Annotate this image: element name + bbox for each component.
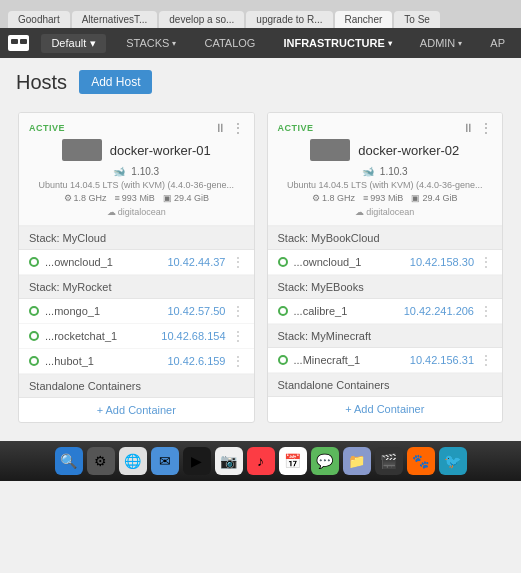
host-2-standalone-header: Standalone Containers bbox=[268, 374, 503, 397]
host-2-avatar bbox=[310, 139, 350, 161]
host-1-stack-myrocket: Stack: MyRocket ...mongo_1 10.42.57.50 ⋮… bbox=[19, 275, 254, 374]
host-2-specs: ⚙ 1.8 GHz ≡ 993 MiB ▣ 29.4 GiB bbox=[312, 193, 457, 203]
dock-calendar-icon[interactable]: 📅 bbox=[279, 447, 307, 475]
page-title: Hosts bbox=[16, 71, 67, 94]
host-1-avatar bbox=[62, 139, 102, 161]
host-2-stack-myebooks: Stack: MyEBooks ...calibre_1 10.42.241.2… bbox=[268, 275, 503, 324]
nav-ap-label: AP bbox=[490, 37, 505, 49]
dock-terminal-icon[interactable]: ▶ bbox=[183, 447, 211, 475]
container-status-icon bbox=[29, 306, 39, 316]
tab-upgrade[interactable]: upgrade to R... bbox=[246, 11, 332, 28]
add-host-button[interactable]: Add Host bbox=[79, 70, 152, 94]
host-2-add-container-button[interactable]: + Add Container bbox=[268, 397, 503, 421]
list-item: ...calibre_1 10.42.241.206 ⋮ bbox=[268, 299, 503, 324]
container-name: ...owncloud_1 bbox=[294, 256, 410, 268]
host-1-cpu: ⚙ 1.8 GHz bbox=[64, 193, 107, 203]
nav-stacks[interactable]: STACKS ▾ bbox=[118, 34, 184, 52]
container-status-icon bbox=[278, 257, 288, 267]
dock-browser-icon[interactable]: 🌐 bbox=[119, 447, 147, 475]
container-name: ...calibre_1 bbox=[294, 305, 404, 317]
host-1-stack-myrocket-header: Stack: MyRocket bbox=[19, 276, 254, 299]
dock-photos-icon[interactable]: 📷 bbox=[215, 447, 243, 475]
dock-chat-icon[interactable]: 💬 bbox=[311, 447, 339, 475]
host-1-specs: ⚙ 1.8 GHz ≡ 993 MiB ▣ 29.4 GiB bbox=[64, 193, 209, 203]
tab-alternatives[interactable]: AlternativesT... bbox=[72, 11, 158, 28]
host-2-more-icon[interactable]: ⋮ bbox=[480, 121, 492, 135]
nav-infrastructure[interactable]: INFRASTRUCTURE ▾ bbox=[275, 34, 399, 52]
host-1-stack-mycloud-header: Stack: MyCloud bbox=[19, 227, 254, 250]
container-more-icon[interactable]: ⋮ bbox=[480, 255, 492, 269]
container-status-icon bbox=[29, 257, 39, 267]
dock-app3-icon[interactable]: 🐦 bbox=[439, 447, 467, 475]
dock-files-icon[interactable]: 📁 bbox=[343, 447, 371, 475]
tab-develop[interactable]: develop a so... bbox=[159, 11, 244, 28]
container-more-icon[interactable]: ⋮ bbox=[232, 354, 244, 368]
container-ip: 10.42.57.50 bbox=[167, 305, 225, 317]
container-more-icon[interactable]: ⋮ bbox=[232, 255, 244, 269]
default-environment[interactable]: Default ▾ bbox=[41, 34, 106, 53]
host-2-pause-icon[interactable]: ⏸ bbox=[462, 121, 474, 135]
container-ip: 10.42.68.154 bbox=[161, 330, 225, 342]
chevron-down-icon: ▾ bbox=[90, 37, 96, 50]
host-1-os: Ubuntu 14.04.5 LTS (with KVM) (4.4.0-36-… bbox=[39, 180, 234, 190]
tab-tose[interactable]: To Se bbox=[394, 11, 440, 28]
host-2-stack-mybookcloud: Stack: MyBookCloud ...owncloud_1 10.42.1… bbox=[268, 226, 503, 275]
host-1-standalone-header: Standalone Containers bbox=[19, 375, 254, 398]
host-2-stack-mybookcloud-header: Stack: MyBookCloud bbox=[268, 227, 503, 250]
list-item: ...rocketchat_1 10.42.68.154 ⋮ bbox=[19, 324, 254, 349]
browser-tabs: Goodhart AlternativesT... develop a so..… bbox=[0, 0, 521, 28]
container-more-icon[interactable]: ⋮ bbox=[480, 353, 492, 367]
host-1-disk: ▣ 29.4 GiB bbox=[163, 193, 209, 203]
container-name: ...hubot_1 bbox=[45, 355, 167, 367]
container-ip: 10.42.241.206 bbox=[404, 305, 474, 317]
chevron-infra-icon: ▾ bbox=[388, 39, 392, 48]
host-1-more-icon[interactable]: ⋮ bbox=[232, 121, 244, 135]
list-item: ...owncloud_1 10.42.44.37 ⋮ bbox=[19, 250, 254, 275]
list-item: ...mongo_1 10.42.57.50 ⋮ bbox=[19, 299, 254, 324]
host-2-status-bar: ACTIVE ⏸ ⋮ bbox=[278, 121, 493, 135]
tab-goodhart[interactable]: Goodhart bbox=[8, 11, 70, 28]
host-2-stack-myminecraft-header: Stack: MyMinecraft bbox=[268, 325, 503, 348]
container-ip: 10.42.6.159 bbox=[167, 355, 225, 367]
dock-mail-icon[interactable]: ✉ bbox=[151, 447, 179, 475]
chevron-stacks-icon: ▾ bbox=[172, 39, 176, 48]
chevron-admin-icon: ▾ bbox=[458, 39, 462, 48]
host-1-actions: ⏸ ⋮ bbox=[214, 121, 244, 135]
container-more-icon[interactable]: ⋮ bbox=[480, 304, 492, 318]
host-2-os: Ubuntu 14.04.5 LTS (with KVM) (4.4.0-36-… bbox=[287, 180, 482, 190]
container-status-icon bbox=[29, 331, 39, 341]
container-ip: 10.42.44.37 bbox=[167, 256, 225, 268]
tab-rancher[interactable]: Rancher bbox=[335, 11, 393, 28]
nav-stacks-label: STACKS bbox=[126, 37, 169, 49]
container-ip: 10.42.158.30 bbox=[410, 256, 474, 268]
container-status-icon bbox=[278, 306, 288, 316]
host-1-pause-icon[interactable]: ⏸ bbox=[214, 121, 226, 135]
container-name: ...owncloud_1 bbox=[45, 256, 167, 268]
list-item: ...hubot_1 10.42.6.159 ⋮ bbox=[19, 349, 254, 374]
host-1-provider: ☁ digitalocean bbox=[107, 207, 166, 217]
nav-infrastructure-label: INFRASTRUCTURE bbox=[283, 37, 384, 49]
host-2-stack-myebooks-header: Stack: MyEBooks bbox=[268, 276, 503, 299]
dock-app2-icon[interactable]: 🐾 bbox=[407, 447, 435, 475]
host-2-version: 🐋 1.10.3 bbox=[362, 166, 408, 177]
host-1-ram: ≡ 993 MiB bbox=[115, 193, 155, 203]
container-more-icon[interactable]: ⋮ bbox=[232, 304, 244, 318]
host-card-1: ACTIVE ⏸ ⋮ docker-worker-01 🐋 1.10.3 Ubu… bbox=[18, 112, 255, 423]
dock-system-icon[interactable]: ⚙ bbox=[87, 447, 115, 475]
nav-catalog[interactable]: CATALOG bbox=[196, 34, 263, 52]
host-2-stack-myminecraft: Stack: MyMinecraft ...Minecraft_1 10.42.… bbox=[268, 324, 503, 373]
dock-video-icon[interactable]: 🎬 bbox=[375, 447, 403, 475]
host-2-status: ACTIVE bbox=[278, 123, 314, 133]
nav-admin-label: ADMIN bbox=[420, 37, 455, 49]
host-1-add-container-button[interactable]: + Add Container bbox=[19, 398, 254, 422]
nav-admin[interactable]: ADMIN ▾ bbox=[412, 34, 470, 52]
host-1-version-num: 1.10.3 bbox=[131, 166, 159, 177]
host-1-stack-mycloud: Stack: MyCloud ...owncloud_1 10.42.44.37… bbox=[19, 226, 254, 275]
dock-finder-icon[interactable]: 🔍 bbox=[55, 447, 83, 475]
page-header: Hosts Add Host bbox=[0, 58, 521, 106]
dock-music-icon[interactable]: ♪ bbox=[247, 447, 275, 475]
host-card-2: ACTIVE ⏸ ⋮ docker-worker-02 🐋 1.10.3 Ubu… bbox=[267, 112, 504, 423]
nav-ap[interactable]: AP bbox=[482, 34, 513, 52]
container-more-icon[interactable]: ⋮ bbox=[232, 329, 244, 343]
nav-bar: Default ▾ STACKS ▾ CATALOG INFRASTRUCTUR… bbox=[0, 28, 521, 58]
